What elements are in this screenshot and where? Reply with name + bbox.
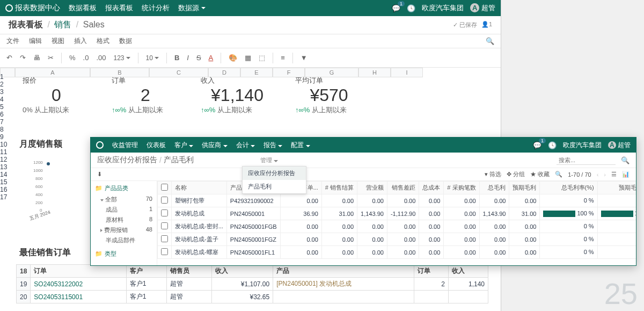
- group-button[interactable]: ✥ 分组: [507, 170, 525, 178]
- crumb-root[interactable]: 报表看板: [9, 20, 43, 29]
- table-row[interactable]: 发动机总成-螺塞PN24050001FL10.000.000.000.000.0…: [158, 246, 636, 259]
- row-checkbox[interactable]: [161, 235, 168, 242]
- table-row[interactable]: 发动机总成-密封...PN24050001FGB0.000.000.000.00…: [158, 220, 636, 233]
- toolbar: ↶ ↷ 🖶 ✂ % .0 .00 123 10 B I S A 🎨 ▦ ⬚ ≡ …: [0, 48, 501, 68]
- nav-customer[interactable]: 客户: [174, 141, 193, 150]
- border-button[interactable]: ▦: [243, 53, 253, 63]
- table-row[interactable]: 发动机总成PN2405000136.9031.001,143.90-1,112.…: [158, 207, 636, 220]
- nav-report[interactable]: 报表看板: [105, 3, 133, 13]
- kpi-panel: 报价 0 0% 从上期以来 订单 2 ↑∞% 从上期以来 收入 ¥1,140 ↑…: [16, 73, 369, 119]
- pager-next[interactable]: ›: [604, 171, 606, 178]
- print-button[interactable]: 🖶: [31, 53, 42, 63]
- dropdown-opt-ar-ap[interactable]: 应收应付分析报告: [243, 167, 306, 180]
- overlay-title[interactable]: 收益管理: [112, 141, 138, 150]
- slide-number: 25: [604, 276, 638, 311]
- overlay-breadcrumb: 应收应付分析报告 / 产品毛利 管理 🔍: [91, 153, 636, 168]
- search-input[interactable]: [557, 156, 616, 165]
- row-checkbox[interactable]: [161, 197, 168, 204]
- clock-icon[interactable]: 🕓: [548, 141, 557, 149]
- table-row[interactable]: 19 SO24053122002 客户1 超管 ¥1,107.00 [PN240…: [17, 278, 488, 291]
- nav-accounting[interactable]: 会计: [236, 141, 255, 150]
- col-qty[interactable]: 订单: [414, 265, 449, 278]
- filter-button[interactable]: ▾ 筛选: [485, 170, 501, 178]
- col-order[interactable]: 订单: [31, 265, 126, 278]
- menu-data[interactable]: 数据: [119, 37, 132, 46]
- pager-prev[interactable]: ‹: [597, 171, 599, 178]
- align-button[interactable]: ≡: [279, 53, 287, 63]
- table-row[interactable]: 塑钢打包带P4293210900020.000.000.000.000.000.…: [158, 194, 636, 207]
- fontcolor-button[interactable]: A: [207, 53, 216, 63]
- chat-icon[interactable]: 💬1: [392, 4, 400, 12]
- nav-config[interactable]: 配置: [291, 141, 310, 150]
- col-revenue[interactable]: 收入: [212, 265, 273, 278]
- dropdown-opt-margin[interactable]: 产品毛利: [243, 180, 306, 193]
- percent-button[interactable]: %: [67, 53, 78, 63]
- dec00-button[interactable]: .00: [94, 53, 108, 63]
- num-format-select[interactable]: 123: [111, 53, 132, 63]
- select-all-checkbox[interactable]: [161, 184, 168, 191]
- col-product[interactable]: 产品: [273, 265, 414, 278]
- sidebar-item-raw[interactable]: 原材料8: [95, 215, 152, 225]
- favorite-button[interactable]: ★ 收藏: [530, 170, 550, 178]
- col-salesperson[interactable]: 销售员: [166, 265, 211, 278]
- sidebar-item-semi[interactable]: 半成品部件: [95, 235, 152, 245]
- nav-dashboard[interactable]: 仪表板: [147, 141, 166, 150]
- svg-text:800: 800: [35, 176, 43, 181]
- table-row[interactable]: 发动机总成-盖子PN24050001FGZ0.000.000.000.000.0…: [158, 233, 636, 246]
- view-list-icon[interactable]: ☰: [611, 171, 617, 178]
- best-orders-table: 18 订单 客户 销售员 收入 产品 订单 收入 19 SO2405312200…: [16, 264, 488, 303]
- nav-datasource[interactable]: 数据源: [178, 3, 206, 13]
- row-checkbox[interactable]: [161, 248, 168, 255]
- sidebar-item-expense[interactable]: 费用报销48: [95, 225, 152, 235]
- app-logo[interactable]: 报表数据中心: [5, 3, 60, 13]
- menu-file[interactable]: 文件: [6, 37, 19, 46]
- chat-icon[interactable]: 💬1: [533, 141, 541, 149]
- search-small-icon[interactable]: 🔍: [555, 171, 562, 178]
- nav-supplier[interactable]: 供应商: [202, 141, 227, 150]
- strike-button[interactable]: S: [194, 53, 203, 63]
- svg-text:400: 400: [35, 192, 43, 197]
- breadcrumb: 报表看板 / 销售 / Sales ✓ 已保存 👤1: [0, 16, 501, 34]
- dec0-button[interactable]: .0: [81, 53, 91, 63]
- nav-stats[interactable]: 统计分析: [142, 3, 170, 13]
- download-icon[interactable]: ⬇: [97, 171, 102, 178]
- manage-dropdown-menu: 应收应付分析报告 产品毛利: [242, 166, 306, 194]
- search-icon[interactable]: 🔍: [621, 156, 630, 164]
- kpi-orders: 订单 2 ↑∞% 从上期以来: [105, 73, 186, 119]
- view-chart-icon[interactable]: 📊: [622, 171, 630, 178]
- menu-insert[interactable]: 插入: [74, 37, 87, 46]
- cut-button[interactable]: ✂: [46, 53, 56, 63]
- manage-dropdown[interactable]: 管理: [260, 156, 278, 164]
- fontsize-select[interactable]: 10: [144, 53, 161, 63]
- crumb-sales[interactable]: 销售: [54, 20, 71, 29]
- sidebar-type-header[interactable]: 📁 类型: [95, 250, 152, 258]
- logo-icon: [96, 141, 104, 149]
- col-customer[interactable]: 客户: [126, 265, 166, 278]
- col-revenue2[interactable]: 收入: [448, 265, 488, 278]
- menu-edit[interactable]: 编辑: [29, 37, 42, 46]
- merge-button[interactable]: ⬚: [257, 53, 267, 63]
- italic-button[interactable]: I: [185, 53, 191, 63]
- row-checkbox[interactable]: [161, 209, 168, 216]
- filter-button[interactable]: ▼: [298, 53, 310, 63]
- user-menu[interactable]: A 超管: [608, 141, 631, 150]
- menu-format[interactable]: 格式: [97, 37, 109, 46]
- menu-view[interactable]: 视图: [52, 37, 64, 46]
- user-menu[interactable]: A 超管: [470, 3, 495, 13]
- sidebar-item-all[interactable]: 全部70: [95, 194, 152, 205]
- redo-button[interactable]: ↷: [18, 53, 28, 63]
- org-name[interactable]: 欧度汽车集团: [422, 3, 464, 13]
- fill-button[interactable]: 🎨: [226, 53, 239, 63]
- row-checkbox[interactable]: [161, 222, 168, 229]
- undo-button[interactable]: ↶: [4, 53, 14, 63]
- org-name[interactable]: 欧度汽车集团: [563, 141, 602, 150]
- clock-icon[interactable]: 🕓: [407, 4, 415, 12]
- nav-report[interactable]: 报告: [264, 141, 282, 150]
- sidebar-item-finished[interactable]: 成品1: [95, 205, 152, 215]
- bold-button[interactable]: B: [172, 53, 181, 63]
- crumb-root[interactable]: 应收应付分析报告: [97, 155, 157, 165]
- table-row[interactable]: 20 SO24053115001 客户1 超管 ¥32.65: [17, 291, 488, 303]
- nav-dashboard[interactable]: 数据看板: [69, 3, 97, 13]
- search-icon[interactable]: 🔍: [486, 37, 494, 45]
- sidebar-cat-header[interactable]: 📁 产品品类: [95, 184, 152, 192]
